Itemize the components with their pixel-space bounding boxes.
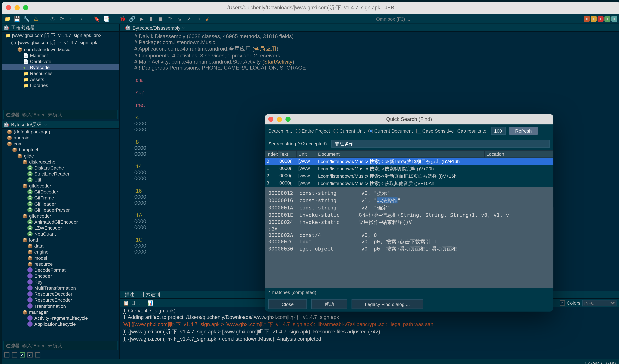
pause-icon[interactable]: ⏸ (148, 15, 155, 22)
omnibox[interactable]: Omnibox (F3) ... (376, 16, 410, 21)
hierarchy-tree-item[interactable]: 📦model (2, 255, 119, 261)
save-icon[interactable]: 💾 (14, 15, 20, 22)
project-tree[interactable]: 📁[www.ghxi.com]听·下_v1.4.7_sign.apk.jdb2◯… (2, 32, 119, 109)
col-document[interactable]: Document (316, 151, 485, 157)
project-tree-item[interactable]: ◯[www.ghxi.com]听·下_v1.4.7_sign.apk (2, 39, 119, 46)
project-tree-item[interactable]: 📁Libraries (2, 82, 119, 88)
hierarchy-tree-item[interactable]: CNeuQuant (2, 231, 119, 237)
project-filter-input[interactable] (3, 110, 117, 119)
target-icon[interactable]: ◎ (49, 15, 56, 22)
toggle-3[interactable] (20, 352, 25, 358)
log-content[interactable]: [I] Cre v1.4.7_sign.apk)[I] Adding artif… (120, 307, 619, 344)
hierarchy-tree-item[interactable]: ITransformation (2, 303, 119, 309)
editor-tab[interactable]: 🤖 Bytecode/Disassembly × (122, 25, 188, 31)
hierarchy-tree-item[interactable]: 📦resource (2, 261, 119, 267)
hierarchy-tree-item[interactable]: 📦data (2, 243, 119, 249)
log-level-select[interactable]: INFO (582, 300, 616, 306)
toggle-5[interactable] (35, 352, 40, 358)
project-tree-item[interactable]: 📦com.listendown.Music (2, 46, 119, 52)
col-location[interactable]: Location (485, 151, 553, 157)
col-index[interactable]: Index (265, 151, 278, 157)
wrench-icon[interactable]: 🔧 (23, 15, 30, 22)
preview-pane[interactable]: 00000012 const-string v0, "提示" 00000016 … (265, 187, 553, 288)
log-tab-2[interactable]: 📊 (144, 300, 156, 306)
help-button[interactable]: 帮助 (311, 299, 347, 309)
step-into-icon[interactable]: ↘ (176, 15, 183, 22)
cap-input[interactable] (491, 127, 506, 135)
hierarchy-filter-input[interactable] (3, 341, 117, 350)
hierarchy-tree-item[interactable]: 📦gifdecoder (2, 183, 119, 189)
hierarchy-tree-item[interactable]: CAnimatedGifEncoder (2, 219, 119, 225)
radio-current-document[interactable]: Current Document (368, 128, 413, 133)
brush-icon[interactable]: 🖌 (204, 15, 211, 22)
step-out-icon[interactable]: ↗ (185, 15, 192, 22)
hierarchy-tree-item[interactable]: IKey (2, 279, 119, 285)
radio-current-unit[interactable]: Current Unit (333, 128, 365, 133)
toggle-1[interactable] (4, 352, 9, 358)
hierarchy-tree-item[interactable]: 📦gifencoder (2, 213, 119, 219)
refresh-icon[interactable]: ⟳ (58, 15, 65, 22)
bookmark-list-icon[interactable]: 📑 (103, 15, 110, 22)
hierarchy-tree-item[interactable]: CGifHeaderParser (2, 207, 119, 213)
legacy-button[interactable]: Legacy Find dialog ... (352, 299, 423, 309)
hierarchy-tree-item[interactable]: CDiskLruCache (2, 165, 119, 171)
toggle-4[interactable] (28, 352, 33, 358)
hierarchy-tree-item[interactable]: 📦bumptech (2, 147, 119, 153)
hierarchy-tree-item[interactable]: 📦(default package) (2, 129, 119, 135)
result-row[interactable]: 20000([wwwLcom/listendown/Music/ 搜索;->滑动… (265, 172, 553, 180)
hierarchy-tree-item[interactable]: 📦glide (2, 153, 119, 159)
dialog-close-icon[interactable] (268, 117, 273, 122)
hierarchy-tree-item[interactable]: 📦com (2, 141, 119, 147)
hierarchy-tree-item[interactable]: 📦manager (2, 309, 119, 315)
hierarchy-tree-item[interactable]: IDecodeFormat (2, 267, 119, 273)
hierarchy-tree-item[interactable]: CStrictLineReader (2, 171, 119, 177)
col-text[interactable]: Text (278, 151, 297, 157)
result-row[interactable]: 00000([wwwLcom/listendown/Music/ 搜索;->ok… (265, 158, 553, 165)
search-string-input[interactable] (331, 140, 550, 148)
close-tab-icon[interactable]: × (44, 122, 47, 127)
refresh-button[interactable]: Refresh (509, 127, 538, 135)
col-unit[interactable]: Unit (296, 151, 316, 157)
debug-icon[interactable]: 🐞 (119, 15, 126, 22)
close-window-icon[interactable] (6, 5, 11, 10)
hierarchy-tree-item[interactable]: CUtil (2, 177, 119, 183)
hierarchy-tree-item[interactable]: IResourceEncoder (2, 297, 119, 303)
project-tree-item[interactable]: 📁Assets (2, 76, 119, 82)
log-tab[interactable]: 📋 日志 (120, 299, 144, 307)
hierarchy-tree[interactable]: 📦(default package)📦android📦com📦bumptech📦… (2, 129, 119, 340)
hierarchy-tree-item[interactable]: IEncoder (2, 273, 119, 279)
result-row[interactable]: 30000([wwwLcom/listendown/Music/ 搜索;->获取… (265, 180, 553, 187)
dialog-minimize-icon[interactable] (277, 117, 282, 122)
project-tree-item[interactable]: 📁[www.ghxi.com]听·下_v1.4.7_sign.apk.jdb2 (2, 32, 119, 39)
project-tree-item[interactable]: 📁Resources (2, 70, 119, 76)
result-row[interactable]: 10000([wwwLcom/listendown/Music/ 搜索;->搜索… (265, 165, 553, 172)
project-tree-item[interactable]: 📄Manifest (2, 52, 119, 58)
hierarchy-tree-item[interactable]: IActivityFragmentLifecycle (2, 315, 119, 321)
close-tab-icon[interactable]: × (182, 25, 185, 30)
hierarchy-tree-item[interactable]: CLZWEncoder (2, 225, 119, 231)
forward-icon[interactable]: → (77, 15, 84, 22)
project-tree-item[interactable]: 📄Certificate (2, 58, 119, 64)
hierarchy-tree-item[interactable]: IMultiTransformation (2, 285, 119, 291)
hierarchy-tab[interactable]: Bytecode/层级 (11, 121, 42, 128)
colors-checkbox[interactable] (560, 300, 565, 306)
hierarchy-tree-item[interactable]: CGifFrame (2, 195, 119, 201)
toggle-2[interactable] (12, 352, 17, 358)
checkbox-case-sensitive[interactable]: Case Sensitive (416, 128, 454, 133)
hierarchy-tree-item[interactable]: 📦android (2, 135, 119, 141)
hierarchy-tree-item[interactable]: CGifDecoder (2, 189, 119, 195)
step-over-icon[interactable]: ↷ (167, 15, 173, 22)
back-icon[interactable]: ← (68, 15, 74, 22)
dialog-zoom-icon[interactable] (285, 117, 291, 122)
attach-icon[interactable]: 🔗 (129, 15, 136, 22)
stop-icon[interactable]: ⏹ (157, 15, 164, 22)
zoom-window-icon[interactable] (23, 5, 28, 10)
hierarchy-tree-item[interactable]: 📦engine (2, 249, 119, 255)
hierarchy-tree-item[interactable]: IApplicationLifecycle (2, 321, 119, 327)
open-icon[interactable]: 📁 (4, 15, 11, 22)
project-tree-item[interactable]: ●Bytecode (2, 64, 119, 70)
hierarchy-tree-item[interactable]: 📦disklrucache (2, 159, 119, 165)
bookmark-icon[interactable]: 🔖 (94, 15, 100, 22)
run-icon[interactable]: ▶ (138, 15, 145, 22)
hierarchy-tree-item[interactable]: IResourceDecoder (2, 291, 119, 297)
